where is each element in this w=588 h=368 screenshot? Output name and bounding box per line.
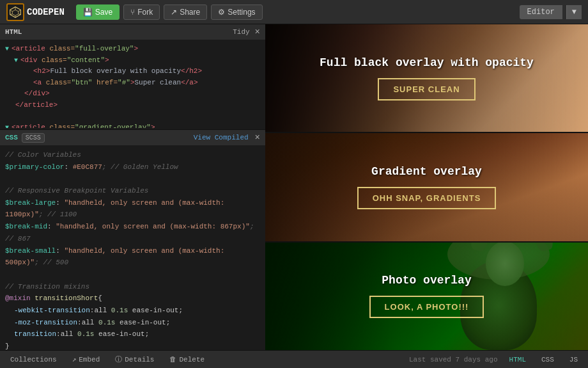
css-line: // Responsive Breakpoint Variables xyxy=(5,185,260,197)
code-text: <a class="btn" href="#">Super clean</a> xyxy=(33,77,198,89)
css-line: $primary-color: #E0C877; // Golden Yello… xyxy=(5,161,260,173)
codepen-logo: CODEPEN xyxy=(6,3,65,21)
code-text: <article class="full-overlay"> xyxy=(12,44,138,55)
fork-icon: ⑂ xyxy=(130,8,135,17)
codepen-logo-icon xyxy=(6,3,24,21)
css-line: -webkit-transition:all 0.1s ease-in-out; xyxy=(5,305,260,317)
code-line: <h2>Full block overlay with opacity</h2> xyxy=(5,66,260,77)
logo-text: CODEPEN xyxy=(27,7,65,17)
close-html-panel-button[interactable]: × xyxy=(255,27,260,37)
section1-overlay: Full black overlay with opacity SUPER CL… xyxy=(265,24,588,132)
svg-line-7 xyxy=(10,13,13,14)
html-lang-button[interactable]: HTML xyxy=(506,355,530,365)
css-badge: SCSS xyxy=(22,133,45,143)
section3-button[interactable]: LOOK, A PHOTO!!! xyxy=(369,296,484,318)
code-text: <article class="gradient-overlay"> xyxy=(12,122,155,128)
embed-icon: ↗ xyxy=(72,355,77,364)
svg-line-5 xyxy=(10,10,13,12)
left-panel: HTML Tidy × ▼ <article class="full-overl… xyxy=(0,24,265,350)
html-panel: HTML Tidy × ▼ <article class="full-overl… xyxy=(0,24,265,130)
section2-button[interactable]: OHH SNAP, GRADIENTS xyxy=(357,187,497,209)
css-lang-button[interactable]: CSS xyxy=(538,355,558,365)
section2-title: Gradient overlay xyxy=(371,165,482,178)
save-icon: 💾 xyxy=(83,8,93,17)
main-area: HTML Tidy × ▼ <article class="full-overl… xyxy=(0,24,588,350)
arrow-icon: ▼ xyxy=(14,56,18,66)
code-line: <a class="btn" href="#">Super clean</a> xyxy=(5,77,260,89)
code-line: ▼ <article class="full-overlay"> xyxy=(5,44,260,55)
details-icon: ⓘ xyxy=(115,355,122,364)
section1-title: Full black overlay with opacity xyxy=(320,56,534,69)
code-line: </div> xyxy=(5,88,260,100)
settings-icon: ⚙ xyxy=(218,8,225,17)
topbar: CODEPEN 💾 Save ⑂ Fork ↗ Share ⚙ Settings… xyxy=(0,0,588,24)
css-line: // Color Variables xyxy=(5,149,260,161)
css-line: -moz-transition:all 0.1s ease-in-out; xyxy=(5,317,260,329)
arrow-spacer xyxy=(23,78,31,88)
css-line: // Transition mixins xyxy=(5,281,260,293)
code-line-empty xyxy=(5,111,260,123)
right-panel: Full black overlay with opacity SUPER CL… xyxy=(265,24,588,350)
css-line-empty xyxy=(5,173,260,185)
css-line: $break-mid: "handheld, only screen and (… xyxy=(5,221,260,244)
share-button[interactable]: ↗ Share xyxy=(164,4,207,20)
fork-button[interactable]: ⑂ Fork xyxy=(123,4,160,20)
bottombar-right: Last saved 7 days ago HTML CSS JS xyxy=(409,355,582,365)
code-text: <div class="content"> xyxy=(20,55,109,67)
arrow-spacer xyxy=(14,89,22,99)
arrow-icon: ▼ xyxy=(5,44,9,54)
details-button[interactable]: ⓘ Details xyxy=(111,353,158,365)
section3-overlay: Photo overlay LOOK, A PHOTO!!! xyxy=(265,243,588,350)
code-line: </article> xyxy=(5,100,260,111)
code-text: </div> xyxy=(24,88,50,100)
svg-marker-1 xyxy=(12,10,18,15)
arrow-spacer xyxy=(5,100,13,111)
css-line: } xyxy=(5,340,260,350)
share-icon: ↗ xyxy=(171,8,177,17)
view-compiled-button[interactable]: View Compiled xyxy=(194,134,249,141)
collections-button[interactable]: Collections xyxy=(6,355,61,365)
preview-section-3: Photo overlay LOOK, A PHOTO!!! xyxy=(265,243,588,350)
code-text: </article> xyxy=(15,100,58,111)
close-css-panel-button[interactable]: × xyxy=(255,132,260,143)
details-label: Details xyxy=(125,356,154,364)
preview-section-2: Gradient overlay OHH SNAP, GRADIENTS xyxy=(265,133,588,242)
css-line: @mixin transitionShort{ xyxy=(5,292,260,305)
section3-title: Photo overlay xyxy=(382,274,471,287)
css-line: $break-small: "handheld, only screen and… xyxy=(5,245,260,269)
js-lang-button[interactable]: JS xyxy=(566,355,582,365)
embed-button[interactable]: ↗ Embed xyxy=(68,354,104,365)
css-panel: CSS SCSS View Compiled × // Color Variab… xyxy=(0,130,265,350)
css-panel-title: CSS xyxy=(5,134,18,141)
section1-button[interactable]: SUPER CLEAN xyxy=(378,78,475,100)
code-text: <h2>Full block overlay with opacity</h2> xyxy=(33,66,202,77)
editor-label: Editor xyxy=(520,5,562,19)
tidy-button[interactable]: Tidy xyxy=(233,28,249,36)
delete-button[interactable]: 🗑 Delete xyxy=(166,354,208,365)
css-panel-header: CSS SCSS View Compiled × xyxy=(0,130,265,145)
embed-label: Embed xyxy=(79,356,100,364)
html-code-area[interactable]: ▼ <article class="full-overlay"> ▼ <div … xyxy=(0,40,265,128)
arrow-spacer xyxy=(23,67,31,77)
arrow-icon: ▼ xyxy=(5,123,9,128)
css-code-area[interactable]: // Color Variables $primary-color: #E0C8… xyxy=(0,145,265,350)
css-line-empty xyxy=(5,269,260,281)
css-line: transition:all 0.1s ease-in-out; xyxy=(5,328,260,340)
section2-overlay: Gradient overlay OHH SNAP, GRADIENTS xyxy=(265,133,588,241)
css-line: $break-large: "handheld, only screen and… xyxy=(5,197,260,221)
settings-button[interactable]: ⚙ Settings xyxy=(211,4,262,20)
last-saved: Last saved 7 days ago xyxy=(409,356,498,364)
html-panel-title: HTML xyxy=(5,28,22,36)
html-panel-actions: Tidy × xyxy=(233,27,260,37)
css-panel-actions: View Compiled × xyxy=(194,132,260,143)
save-button[interactable]: 💾 Save xyxy=(76,4,120,20)
preview-section-1: Full black overlay with opacity SUPER CL… xyxy=(265,24,588,133)
collections-label: Collections xyxy=(10,356,57,364)
code-line: ▼ <div class="content"> xyxy=(5,55,260,67)
delete-icon: 🗑 xyxy=(169,355,176,364)
delete-label: Delete xyxy=(179,356,205,364)
html-panel-header: HTML Tidy × xyxy=(0,24,265,40)
code-line: ▼ <article class="gradient-overlay"> xyxy=(5,122,260,128)
bottombar: Collections ↗ Embed ⓘ Details 🗑 Delete L… xyxy=(0,350,588,368)
editor-arrow[interactable]: ▼ xyxy=(566,5,582,19)
